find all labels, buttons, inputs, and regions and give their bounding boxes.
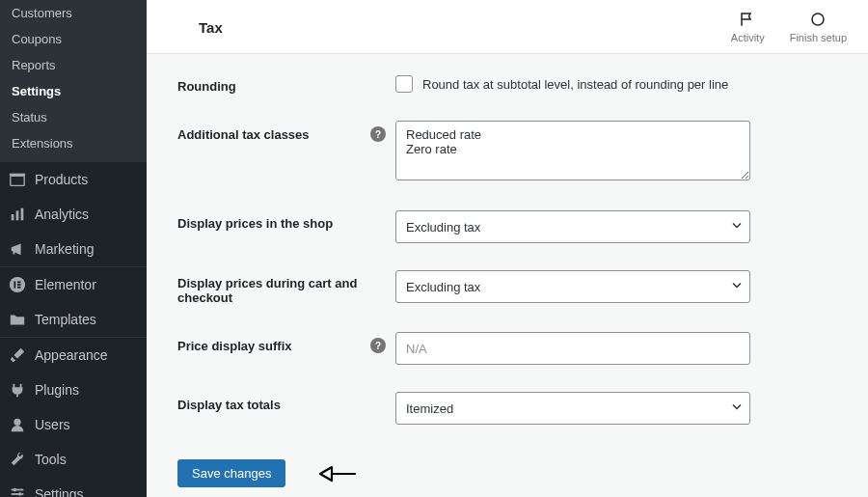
sidebar-item-label: Users [35, 417, 139, 432]
sidebar-item-label: Plugins [35, 382, 139, 398]
display-tax-totals-select[interactable]: Itemized [395, 392, 750, 425]
main-content: Tax Activity Finish setup Rounding [147, 0, 868, 497]
display-prices-cart-select[interactable]: Excluding tax [395, 270, 750, 303]
label-display-tax-totals: Display tax totals [177, 392, 395, 412]
sidebar-item-label: Elementor [35, 277, 139, 292]
row-rounding: Rounding Round tax at subtotal level, in… [177, 73, 837, 94]
sidebar-item-templates[interactable]: Templates [0, 302, 147, 337]
sidebar-item-marketing[interactable]: Marketing [0, 232, 147, 266]
arrow-annotation-icon [318, 463, 357, 484]
row-display-tax-totals: Display tax totals Itemized [177, 392, 837, 425]
brush-icon [8, 345, 27, 365]
svg-point-14 [18, 492, 22, 496]
svg-rect-2 [12, 214, 14, 220]
activity-button[interactable]: Activity [731, 11, 765, 43]
label-additional-tax-classes: Additional tax classes ? [177, 121, 395, 142]
sidebar-sub-customers[interactable]: Customers [0, 0, 147, 26]
plug-icon [8, 380, 27, 400]
sidebar-item-settings[interactable]: Settings [0, 477, 147, 497]
svg-point-17 [812, 14, 824, 25]
save-row: Save changes [177, 459, 837, 487]
megaphone-icon [8, 239, 27, 259]
svg-rect-8 [17, 284, 21, 286]
label-display-prices-shop: Display prices in the shop [177, 210, 395, 231]
sidebar-item-label: Marketing [35, 241, 139, 257]
sidebar-item-products[interactable]: Products [0, 162, 147, 197]
row-price-display-suffix: Price display suffix ? [177, 332, 837, 365]
finish-setup-button[interactable]: Finish setup [790, 11, 847, 43]
sidebar-item-label: Tools [35, 452, 139, 467]
sidebar-item-appearance[interactable]: Appearance [0, 338, 147, 373]
finish-setup-label: Finish setup [790, 32, 847, 43]
help-icon[interactable]: ? [370, 338, 386, 353]
wrench-icon [8, 450, 27, 469]
folder-icon [8, 310, 27, 329]
sidebar-sub-settings[interactable]: Settings [0, 78, 147, 104]
help-icon[interactable]: ? [370, 126, 386, 142]
admin-sidebar: Customers Coupons Reports Settings Statu… [0, 0, 147, 497]
svg-rect-9 [17, 287, 21, 289]
woocommerce-submenu: Customers Coupons Reports Settings Statu… [0, 0, 147, 162]
svg-rect-1 [10, 174, 25, 177]
svg-rect-6 [14, 281, 15, 288]
archive-icon [8, 170, 27, 189]
sidebar-item-plugins[interactable]: Plugins [0, 373, 147, 407]
svg-rect-4 [21, 208, 24, 221]
sliders-icon [8, 484, 27, 497]
tax-settings-form: Rounding Round tax at subtotal level, in… [147, 54, 868, 497]
user-icon [8, 415, 27, 434]
save-changes-button[interactable]: Save changes [177, 459, 285, 487]
rounding-checkbox[interactable] [395, 75, 413, 93]
sidebar-item-analytics[interactable]: Analytics [0, 197, 147, 232]
sidebar-item-users[interactable]: Users [0, 407, 147, 442]
row-display-prices-cart: Display prices during cart and checkout … [177, 270, 837, 305]
flag-icon [739, 11, 756, 30]
svg-rect-0 [11, 176, 24, 185]
sidebar-item-tools[interactable]: Tools [0, 442, 147, 477]
bars-icon [8, 205, 27, 224]
sidebar-sub-coupons[interactable]: Coupons [0, 26, 147, 52]
sidebar-item-label: Products [35, 172, 139, 187]
sidebar-sub-reports[interactable]: Reports [0, 52, 147, 78]
row-additional-tax-classes: Additional tax classes ? Reduced rate Ze… [177, 121, 837, 183]
svg-point-10 [14, 419, 20, 426]
rounding-checkbox-label: Round tax at subtotal level, instead of … [422, 77, 728, 92]
svg-rect-7 [17, 281, 21, 283]
sidebar-item-label: Templates [35, 312, 139, 327]
label-display-prices-cart: Display prices during cart and checkout [177, 270, 395, 305]
sidebar-sub-status[interactable]: Status [0, 104, 147, 130]
sidebar-item-label: Appearance [35, 347, 139, 363]
page-title: Tax [168, 17, 731, 36]
sidebar-item-elementor[interactable]: Elementor [0, 267, 147, 302]
activity-label: Activity [731, 32, 765, 43]
row-display-prices-shop: Display prices in the shop Excluding tax [177, 210, 837, 243]
sidebar-item-label: Settings [35, 486, 139, 497]
circle-icon [809, 11, 827, 30]
sidebar-sub-extensions[interactable]: Extensions [0, 130, 147, 156]
svg-point-12 [14, 488, 17, 492]
price-display-suffix-input[interactable] [395, 332, 750, 365]
display-prices-shop-select[interactable]: Excluding tax [395, 210, 750, 243]
label-price-display-suffix: Price display suffix ? [177, 332, 395, 353]
additional-tax-classes-textarea[interactable]: Reduced rate Zero rate [395, 121, 750, 180]
label-rounding: Rounding [177, 73, 395, 94]
sidebar-item-label: Analytics [35, 207, 139, 222]
page-header: Tax Activity Finish setup [147, 0, 868, 54]
svg-rect-3 [16, 210, 19, 220]
elementor-icon [8, 275, 27, 294]
